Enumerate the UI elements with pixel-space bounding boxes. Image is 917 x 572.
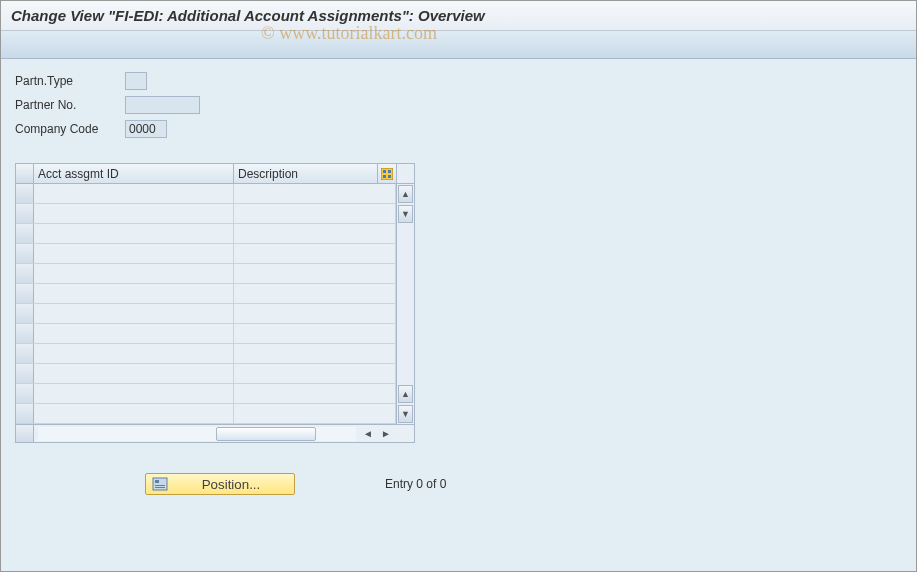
input-company-code[interactable]: 0000 — [125, 120, 167, 138]
table-row[interactable] — [16, 224, 396, 244]
svg-rect-6 — [155, 480, 159, 483]
cell-desc[interactable] — [234, 244, 396, 263]
column-header-description[interactable]: Description — [234, 164, 378, 183]
position-icon — [152, 477, 168, 491]
cell-id[interactable] — [34, 264, 234, 283]
cell-id[interactable] — [34, 244, 234, 263]
cell-desc[interactable] — [234, 344, 396, 363]
cell-id[interactable] — [34, 204, 234, 223]
label-partn-type: Partn.Type — [15, 74, 125, 88]
form-row-company-code: Company Code 0000 — [15, 119, 902, 139]
row-selector[interactable] — [16, 224, 34, 243]
cell-desc[interactable] — [234, 404, 396, 423]
cell-desc[interactable] — [234, 384, 396, 403]
table-configure-button[interactable] — [378, 164, 396, 183]
toolbar — [1, 31, 916, 59]
row-selector[interactable] — [16, 384, 34, 403]
cell-desc[interactable] — [234, 224, 396, 243]
table-row[interactable] — [16, 324, 396, 344]
table-header: Acct assgmt ID Description — [16, 164, 396, 184]
label-partner-no: Partner No. — [15, 98, 125, 112]
cell-id[interactable] — [34, 384, 234, 403]
cell-id[interactable] — [34, 324, 234, 343]
position-button[interactable]: Position... — [145, 473, 295, 495]
svg-rect-7 — [155, 485, 165, 486]
svg-rect-3 — [383, 175, 386, 178]
table-row[interactable] — [16, 284, 396, 304]
svg-rect-5 — [153, 478, 167, 490]
table-row[interactable] — [16, 344, 396, 364]
entry-count-text: Entry 0 of 0 — [385, 477, 446, 491]
assignments-table: Acct assgmt ID Description — [15, 163, 415, 443]
row-selector[interactable] — [16, 324, 34, 343]
scroll-right-button[interactable]: ► — [378, 427, 394, 441]
cell-id[interactable] — [34, 364, 234, 383]
cell-id[interactable] — [34, 184, 234, 203]
row-selector[interactable] — [16, 284, 34, 303]
table-row[interactable] — [16, 384, 396, 404]
hscroll-track[interactable] — [38, 427, 356, 441]
scroll-down-button[interactable]: ▼ — [398, 205, 413, 223]
position-button-label: Position... — [174, 477, 288, 492]
hscroll-thumb[interactable] — [216, 427, 316, 441]
cell-desc[interactable] — [234, 364, 396, 383]
table-row[interactable] — [16, 304, 396, 324]
row-selector[interactable] — [16, 344, 34, 363]
svg-rect-2 — [388, 170, 391, 173]
row-selector[interactable] — [16, 364, 34, 383]
cell-desc[interactable] — [234, 204, 396, 223]
svg-rect-0 — [381, 168, 393, 180]
svg-rect-4 — [388, 175, 391, 178]
row-selector[interactable] — [16, 264, 34, 283]
row-selector[interactable] — [16, 184, 34, 203]
scroll-up-button-bottom[interactable]: ▲ — [398, 385, 413, 403]
cell-desc[interactable] — [234, 264, 396, 283]
row-selector[interactable] — [16, 404, 34, 423]
form-row-partn-type: Partn.Type — [15, 71, 902, 91]
page-title: Change View "FI-EDI: Additional Account … — [1, 1, 916, 31]
row-selector[interactable] — [16, 204, 34, 223]
table-row[interactable] — [16, 204, 396, 224]
row-selector[interactable] — [16, 304, 34, 323]
scroll-down-button-bottom[interactable]: ▼ — [398, 405, 413, 423]
form-row-partner-no: Partner No. — [15, 95, 902, 115]
label-company-code: Company Code — [15, 122, 125, 136]
content-area: Partn.Type Partner No. Company Code 0000… — [1, 59, 916, 572]
table-row[interactable] — [16, 264, 396, 284]
scroll-left-button[interactable]: ◄ — [360, 427, 376, 441]
svg-rect-8 — [155, 487, 165, 488]
cell-id[interactable] — [34, 304, 234, 323]
cell-id[interactable] — [34, 284, 234, 303]
cell-id[interactable] — [34, 404, 234, 423]
column-header-acct-assgmt-id[interactable]: Acct assgmt ID — [34, 164, 234, 183]
cell-desc[interactable] — [234, 304, 396, 323]
footer: Position... Entry 0 of 0 — [15, 473, 902, 495]
cell-desc[interactable] — [234, 184, 396, 203]
row-selector[interactable] — [16, 244, 34, 263]
table-row[interactable] — [16, 364, 396, 384]
svg-rect-1 — [383, 170, 386, 173]
vertical-scrollbar[interactable]: ▲ ▼ ▲ ▼ — [396, 164, 414, 424]
cell-desc[interactable] — [234, 284, 396, 303]
cell-desc[interactable] — [234, 324, 396, 343]
table-config-icon — [381, 168, 393, 180]
table-row[interactable] — [16, 184, 396, 204]
vscroll-track[interactable] — [397, 224, 414, 384]
scroll-up-button[interactable]: ▲ — [398, 185, 413, 203]
cell-id[interactable] — [34, 344, 234, 363]
horizontal-scrollbar[interactable]: ◄ ► — [16, 424, 414, 442]
table-row[interactable] — [16, 244, 396, 264]
cell-id[interactable] — [34, 224, 234, 243]
select-all-handle[interactable] — [16, 164, 34, 183]
input-partn-type[interactable] — [125, 72, 147, 90]
table-row[interactable] — [16, 404, 396, 424]
input-partner-no[interactable] — [125, 96, 200, 114]
